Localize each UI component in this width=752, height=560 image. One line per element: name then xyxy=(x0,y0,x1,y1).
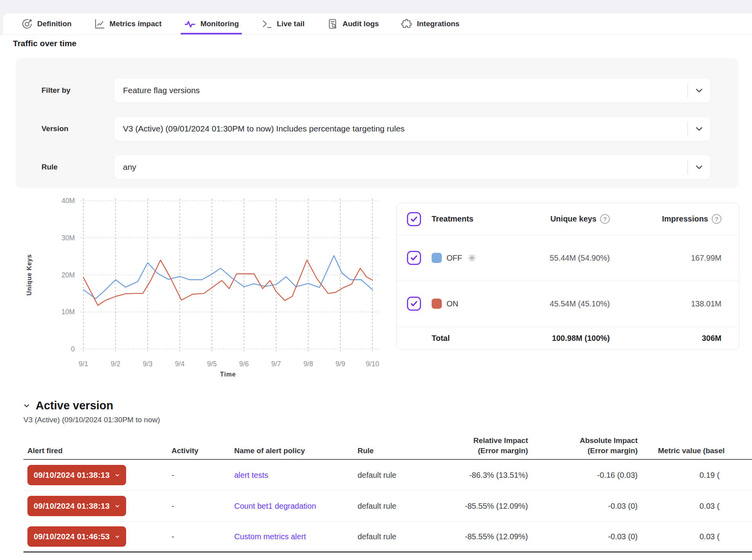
tab-label: Live tail xyxy=(277,20,305,28)
total-impressions: 306M xyxy=(702,334,721,343)
activity-value: - xyxy=(172,471,234,480)
active-version-title: Active version xyxy=(36,399,113,412)
page-title: Traffic over time xyxy=(13,39,76,48)
impressions-header: Impressions xyxy=(662,214,708,223)
svg-text:9/5: 9/5 xyxy=(207,360,217,368)
col-absolute-impact: Absolute Impact (Error margin) xyxy=(528,436,638,456)
treatment-name: ON xyxy=(446,299,458,308)
tab-live-tail[interactable]: Live tail xyxy=(261,13,305,34)
metric-value: 0.19 ( xyxy=(638,471,752,480)
treatment-name: OFF xyxy=(446,254,462,263)
collapse-chevron-icon[interactable] xyxy=(23,402,31,410)
svg-text:9/8: 9/8 xyxy=(304,360,313,368)
chevron-down-icon[interactable] xyxy=(688,124,710,134)
chevron-down-icon[interactable] xyxy=(688,85,710,95)
filter-by-value: Feature flag versions xyxy=(123,86,687,95)
tab-monitoring[interactable]: Monitoring xyxy=(184,13,239,34)
tab-label: Metrics impact xyxy=(110,20,162,28)
col-rule: Rule xyxy=(358,446,430,456)
metrics-impact-icon xyxy=(94,18,105,30)
rule-select[interactable]: any xyxy=(114,155,711,180)
filter-panel: Filter by Feature flag versions Version … xyxy=(16,58,738,188)
treatments-header: Treatments xyxy=(432,214,474,223)
tab-audit-logs[interactable]: Audit logs xyxy=(327,13,379,34)
metric-value: 0.03 ( xyxy=(638,502,752,511)
off-series-swatch xyxy=(432,253,442,263)
relative-impact-value: -86.3% (13.51%) xyxy=(430,471,528,480)
definition-icon xyxy=(21,18,33,30)
chevron-down-icon xyxy=(114,534,120,540)
svg-text:0: 0 xyxy=(71,345,75,353)
unique-keys-header: Unique keys xyxy=(550,214,597,223)
svg-text:40M: 40M xyxy=(61,197,75,205)
treatment-row-off: OFF 55.44M (54.90%) 167.99M xyxy=(397,235,739,281)
active-version-subtitle: V3 (Active) (09/10/2024 01:30PM to now) xyxy=(24,416,160,424)
total-unique-keys: 100.98M (100%) xyxy=(552,334,610,343)
rule-value: default rule xyxy=(358,532,430,541)
help-icon[interactable]: ? xyxy=(712,214,721,224)
absolute-impact-value: -0.03 (0) xyxy=(528,532,638,541)
svg-text:20M: 20M xyxy=(61,271,75,279)
col-alert-fired: Alert fired xyxy=(27,446,172,456)
metric-value: 0.03 ( xyxy=(638,532,752,541)
alerts-header-row: Alert fired Activity Name of alert polic… xyxy=(24,436,752,460)
version-label: Version xyxy=(42,124,114,133)
on-checkbox[interactable] xyxy=(407,297,421,311)
treatments-header-row: Treatments Unique keys ? Impressions ? xyxy=(397,203,739,235)
tab-integrations[interactable]: Integrations xyxy=(401,13,459,34)
filter-by-select[interactable]: Feature flag versions xyxy=(114,78,711,103)
rule-value: default rule xyxy=(358,502,430,511)
impressions-value: 167.99M xyxy=(691,254,721,263)
tab-definition[interactable]: Definition xyxy=(21,13,72,34)
svg-text:9/10: 9/10 xyxy=(366,360,379,368)
alert-policy-link[interactable]: Count bet1 degradation xyxy=(234,502,316,510)
activity-value: - xyxy=(172,502,234,511)
svg-text:30M: 30M xyxy=(61,234,75,242)
absolute-impact-value: -0.03 (0) xyxy=(528,502,638,511)
alert-fired-badge[interactable]: 09/10/2024 01:38:13 xyxy=(27,496,126,516)
svg-text:9/6: 9/6 xyxy=(239,360,249,368)
default-treatment-icon xyxy=(467,253,477,263)
rule-value: any xyxy=(123,162,687,172)
version-select[interactable]: V3 (Active) (09/01/2024 01:30PM to now) … xyxy=(114,116,711,141)
on-series-swatch xyxy=(432,299,442,309)
absolute-impact-value: -0.16 (0.03) xyxy=(528,471,638,480)
filter-row-rule: Rule any xyxy=(42,155,711,180)
tab-label: Definition xyxy=(37,20,72,28)
off-checkbox[interactable] xyxy=(407,251,421,265)
relative-impact-value: -85.55% (12.09%) xyxy=(430,532,528,541)
alert-policy-link[interactable]: Custom metrics alert xyxy=(234,532,306,541)
tab-label: Integrations xyxy=(417,20,459,28)
col-metric-value: Metric value (basel xyxy=(638,446,752,456)
chevron-down-icon[interactable] xyxy=(688,162,710,172)
treatments-panel: Treatments Unique keys ? Impressions ? O… xyxy=(396,203,739,350)
alert-fired-badge[interactable]: 09/10/2024 01:38:13 xyxy=(27,465,126,485)
tab-label: Audit logs xyxy=(343,20,379,28)
table-row: 09/10/2024 01:46:53 - Custom metrics ale… xyxy=(24,522,752,553)
col-activity: Activity xyxy=(172,446,234,456)
svg-text:10M: 10M xyxy=(61,308,75,316)
svg-text:9/4: 9/4 xyxy=(175,360,185,368)
tab-bar: Definition Metrics impact Monitoring Liv… xyxy=(3,13,752,34)
live-tail-icon xyxy=(261,18,273,30)
help-icon[interactable]: ? xyxy=(600,214,610,224)
select-all-checkbox[interactable] xyxy=(407,212,421,226)
impressions-value: 138.01M xyxy=(691,299,721,308)
activity-value: - xyxy=(172,532,234,541)
svg-text:Time: Time xyxy=(220,371,236,378)
svg-text:9/7: 9/7 xyxy=(271,360,281,368)
treatment-row-on: ON 45.54M (45.10%) 138.01M xyxy=(397,281,739,327)
rule-label: Rule xyxy=(42,163,114,171)
col-relative-impact: Relative Impact (Error margin) xyxy=(430,436,528,456)
alert-policy-link[interactable]: alert tests xyxy=(234,471,268,479)
alert-fired-badge[interactable]: 09/10/2024 01:46:53 xyxy=(27,526,126,547)
table-row: 09/10/2024 01:38:13 - Count bet1 degrada… xyxy=(24,491,752,522)
monitoring-icon xyxy=(184,18,196,30)
total-label: Total xyxy=(432,334,450,343)
version-value: V3 (Active) (09/01/2024 01:30PM to now) … xyxy=(123,124,687,133)
filter-row-filter-by: Filter by Feature flag versions xyxy=(42,78,711,103)
filter-by-label: Filter by xyxy=(42,86,114,95)
tab-metrics-impact[interactable]: Metrics impact xyxy=(94,13,162,34)
active-version-header[interactable]: Active version xyxy=(23,399,113,412)
unique-keys-value: 55.44M (54.90%) xyxy=(550,254,610,263)
